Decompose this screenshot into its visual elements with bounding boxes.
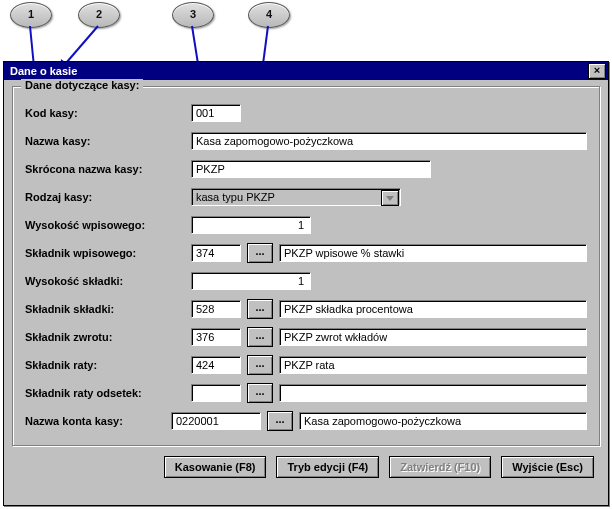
kasowanie-button[interactable]: Kasowanie (F8) — [164, 456, 267, 478]
skladnik-wpisowego-desc[interactable] — [279, 244, 587, 262]
label-kod-kasy: Kod kasy: — [25, 107, 185, 119]
skladnik-skladki-desc[interactable] — [279, 300, 587, 318]
konto-browse-button[interactable]: ... — [267, 411, 293, 431]
skladnik-raty-code[interactable] — [191, 356, 241, 374]
wysokosc-wpisowego-input[interactable] — [191, 216, 311, 234]
skladnik-wpisowego-browse-button[interactable]: ... — [247, 243, 273, 263]
tryb-edycji-button[interactable]: Tryb edycji (F4) — [276, 456, 379, 478]
label-skladnik-raty-odsetek: Składnik raty odsetek: — [25, 387, 185, 399]
label-skrocona-nazwa: Skrócona nazwa kasy: — [25, 163, 185, 175]
groupbox-kasa: Dane dotyczące kasy: Kod kasy: Nazwa kas… — [12, 86, 600, 446]
konto-desc[interactable] — [299, 412, 587, 430]
konto-code[interactable] — [171, 412, 261, 430]
skladnik-skladki-code[interactable] — [191, 300, 241, 318]
label-wysokosc-skladki: Wysokość składki: — [25, 275, 185, 287]
skladnik-raty-browse-button[interactable]: ... — [247, 355, 273, 375]
skladnik-raty-odsetek-code[interactable] — [191, 384, 241, 402]
label-nazwa-kasy: Nazwa kasy: — [25, 135, 185, 147]
callout-4: 4 — [248, 2, 290, 28]
label-skladnik-skladki: Składnik składki: — [25, 303, 185, 315]
zatwierdz-button: Zatwierdź (F10) — [389, 456, 491, 478]
titlebar[interactable]: Dane o kasie × — [4, 62, 608, 80]
label-skladnik-wpisowego: Składnik wpisowego: — [25, 247, 185, 259]
skladnik-raty-odsetek-desc[interactable] — [279, 384, 587, 402]
callout-3: 3 — [172, 2, 214, 28]
callout-1: 1 — [10, 2, 52, 28]
kod-kasy-input[interactable] — [191, 104, 241, 122]
skladnik-raty-odsetek-browse-button[interactable]: ... — [247, 383, 273, 403]
skladnik-zwrotu-browse-button[interactable]: ... — [247, 327, 273, 347]
wysokosc-skladki-input[interactable] — [191, 272, 311, 290]
window-title: Dane o kasie — [6, 65, 77, 77]
label-nazwa-konta: Nazwa konta kasy: — [25, 415, 165, 427]
skladnik-zwrotu-code[interactable] — [191, 328, 241, 346]
group-legend: Dane dotyczące kasy: — [21, 79, 143, 91]
chevron-down-icon[interactable] — [381, 190, 399, 206]
callout-2: 2 — [78, 2, 120, 28]
dialog-window: Dane o kasie × Dane dotyczące kasy: Kod … — [3, 61, 609, 506]
label-skladnik-zwrotu: Składnik zwrotu: — [25, 331, 185, 343]
label-skladnik-raty: Składnik raty: — [25, 359, 185, 371]
rodzaj-kasy-dropdown[interactable]: kasa typu PKZP — [191, 188, 401, 206]
skladnik-wpisowego-code[interactable] — [191, 244, 241, 262]
close-icon[interactable]: × — [588, 63, 606, 79]
skladnik-raty-desc[interactable] — [279, 356, 587, 374]
wyjscie-button[interactable]: Wyjście (Esc) — [501, 456, 594, 478]
rodzaj-kasy-value: kasa typu PKZP — [196, 191, 275, 203]
button-bar: Kasowanie (F8) Tryb edycji (F4) Zatwierd… — [12, 446, 600, 478]
skladnik-zwrotu-desc[interactable] — [279, 328, 587, 346]
skrocona-nazwa-input[interactable] — [191, 160, 431, 178]
skladnik-skladki-browse-button[interactable]: ... — [247, 299, 273, 319]
label-wysokosc-wpisowego: Wysokość wpisowego: — [25, 219, 185, 231]
nazwa-kasy-input[interactable] — [191, 132, 587, 150]
label-rodzaj-kasy: Rodzaj kasy: — [25, 191, 185, 203]
